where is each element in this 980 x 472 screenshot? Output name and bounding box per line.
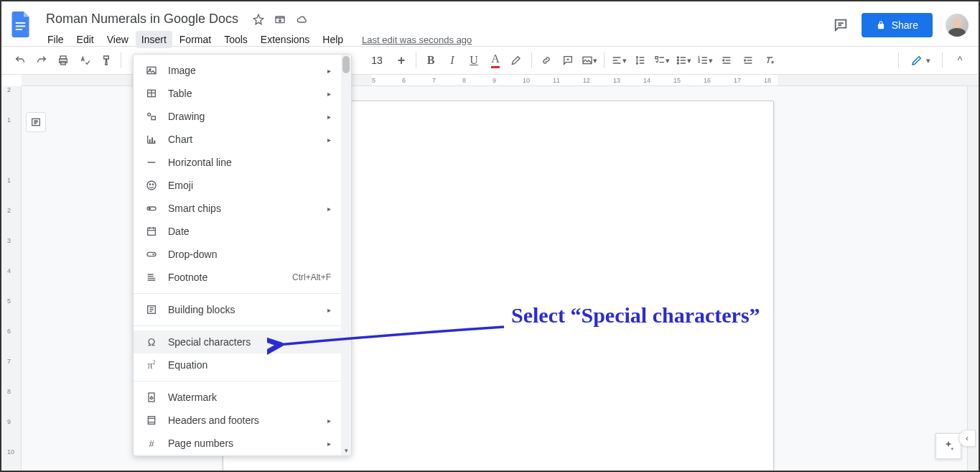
doc-title[interactable]: Roman Numerals in Google Docs [42,10,243,28]
omega-icon [145,336,158,348]
date-icon [145,225,158,238]
menu-item-chart[interactable]: Chart▸ [134,128,351,151]
separator [121,52,121,68]
menu-item-label: Building blocks [168,304,235,315]
ruler-tick: 8 [7,388,11,395]
menu-item-label: Headers and footers [168,415,259,426]
ruler-tick: 13 [613,77,620,84]
print-icon[interactable] [53,50,73,70]
menu-item-watermark[interactable]: Watermark [134,386,351,409]
line-spacing-icon[interactable] [630,50,650,70]
side-panel-toggle-icon[interactable]: ‹ [958,430,976,447]
redo-icon[interactable] [32,50,52,70]
paint-format-icon[interactable] [96,50,116,70]
menu-item-date[interactable]: Date [134,220,351,243]
numbered-list-icon[interactable]: 12▾ [695,50,715,70]
menu-item-equation[interactable]: π2Equation [134,353,351,376]
menu-item-label: Table [168,88,192,99]
menu-edit[interactable]: Edit [71,31,100,48]
watermark-icon [145,391,158,404]
menu-item-footnote[interactable]: FootnoteCtrl+Alt+F [134,266,351,289]
indent-decrease-icon[interactable] [717,50,737,70]
scrollbar-vertical[interactable] [967,86,979,471]
font-size-input[interactable] [364,52,390,69]
clear-format-icon[interactable] [760,50,780,70]
ruler-tick: 7 [432,77,436,84]
svg-rect-21 [151,137,153,143]
ruler-tick: 1 [7,116,11,124]
menu-item-drop-down[interactable]: Drop-down [134,243,351,266]
menu-item-emoji[interactable]: Emoji [134,174,351,197]
menu-extensions[interactable]: Extensions [255,31,315,48]
last-edit-link[interactable]: Last edit was seconds ago [362,34,472,45]
svg-rect-28 [148,228,156,235]
insert-image-icon[interactable]: ▾ [579,50,599,70]
menu-item-label: Special characters [168,336,251,348]
ruler-tick: 11 [553,77,560,84]
bullet-list-icon[interactable]: ▾ [673,50,694,70]
menu-item-image[interactable]: Image▸ [134,59,351,82]
svg-text:2: 2 [698,60,700,63]
collapse-icon[interactable]: ^ [950,50,970,70]
menu-insert[interactable]: Insert [136,31,172,48]
menu-item-label: Chart [168,134,192,145]
ruler-tick: 3 [7,237,11,244]
checklist-icon[interactable]: ▾ [652,50,672,70]
cloud-icon[interactable] [296,14,309,25]
bold-icon[interactable]: B [421,50,441,70]
text-color-icon[interactable]: A [485,50,505,70]
ruler-tick: 7 [7,358,11,365]
outline-toggle-icon[interactable] [26,112,46,132]
menubar: FileEditViewInsertFormatToolsExtensionsH… [42,28,833,48]
italic-icon[interactable]: I [442,50,462,70]
indent-increase-icon[interactable] [738,50,758,70]
move-icon[interactable] [274,14,286,25]
svg-rect-1 [16,26,26,27]
align-icon[interactable]: ▾ [609,50,629,70]
dropdown-icon [145,248,158,261]
menu-item-building-blocks[interactable]: Building blocks▸ [134,298,351,321]
undo-icon[interactable] [10,50,30,70]
font-size-increase-icon[interactable]: + [391,50,411,70]
star-icon[interactable] [253,14,264,25]
svg-point-18 [148,113,151,116]
menu-item-smart-chips[interactable]: Smart chips▸ [134,197,351,220]
menu-item-headers-and-footers[interactable]: Headers and footers▸ [134,409,351,432]
menu-tools[interactable]: Tools [218,31,253,48]
avatar[interactable] [946,14,969,37]
menu-view[interactable]: View [101,31,134,48]
spellcheck-icon[interactable] [75,50,95,70]
comment-icon[interactable] [558,50,578,70]
menu-item-label: Image [168,65,196,76]
explore-button[interactable] [935,433,961,459]
docs-logo[interactable] [7,10,36,39]
menu-item-page-numbers[interactable]: #Page numbers▸ [134,432,351,455]
menu-item-special-characters[interactable]: Special characters [134,330,351,353]
svg-rect-0 [16,22,26,24]
submenu-arrow-icon: ▸ [327,205,331,213]
menu-item-label: Drawing [168,111,205,122]
link-icon[interactable] [536,50,556,70]
menu-help[interactable]: Help [317,31,349,48]
menu-item-drawing[interactable]: Drawing▸ [134,105,351,128]
menu-item-horizontal-line[interactable]: Horizontal line [134,151,351,174]
pagenum-icon: # [145,437,158,450]
ruler-tick: 2 [7,207,11,214]
menu-file[interactable]: File [42,31,70,48]
menu-format[interactable]: Format [174,31,217,48]
highlight-icon[interactable] [507,50,527,70]
submenu-arrow-icon: ▸ [327,306,331,314]
editing-mode-button[interactable]: ▾ [906,51,935,70]
table-icon [145,87,158,100]
svg-rect-32 [148,417,154,425]
submenu-arrow-icon: ▸ [327,136,331,144]
ruler-tick: 9 [493,77,496,84]
comment-history-icon[interactable] [833,17,849,33]
menu-item-table[interactable]: Table▸ [134,82,351,105]
ruler-tick: 1 [7,177,11,184]
underline-icon[interactable]: U [464,50,484,70]
ruler-tick: 18 [764,77,771,84]
ruler-tick: 16 [704,77,711,84]
ruler-tick: 4 [7,267,11,274]
share-button[interactable]: Share [862,13,933,37]
